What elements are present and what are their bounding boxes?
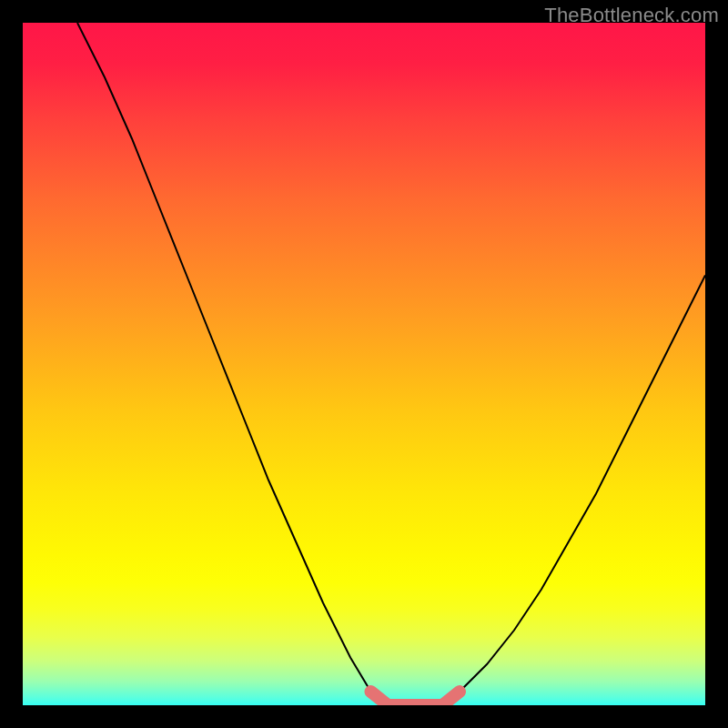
bottleneck-curve xyxy=(77,23,705,705)
valley-highlight xyxy=(371,692,460,705)
chart-frame: TheBottleneck.com xyxy=(0,0,728,728)
watermark-text: TheBottleneck.com xyxy=(544,4,719,27)
chart-curves xyxy=(23,23,705,705)
